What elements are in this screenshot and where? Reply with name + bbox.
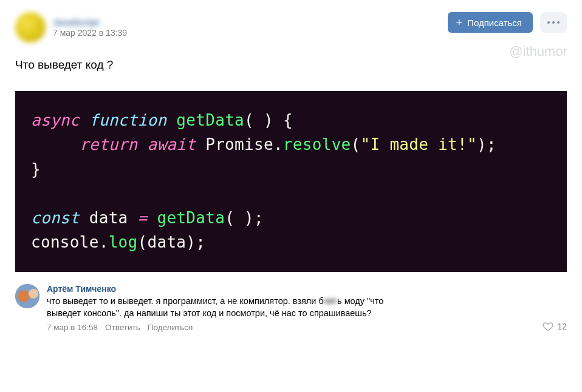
more-dot-icon [557,21,560,24]
post-container: JavaScript 7 мар 2022 в 13:39 + Подписат… [0,0,582,341]
comment-row: Артём Тимченко что выведет то и выведет.… [15,284,567,333]
share-button[interactable]: Поделиться [148,323,193,332]
comment-date: 7 мар в 16:58 [47,323,98,332]
more-dot-icon [552,21,555,24]
more-dot-icon [547,21,550,24]
code-image[interactable]: async function getData( ) { return await… [15,91,567,272]
like-count: 12 [557,322,567,331]
svg-point-2 [29,289,38,299]
plus-icon: + [456,17,463,28]
post-text: Что выведет код ? [15,58,567,72]
author-avatar[interactable] [15,12,46,42]
watermark: @ithumor [509,44,567,59]
like-button[interactable]: 12 [543,321,567,332]
heart-icon [543,321,553,332]
subscribe-button[interactable]: + Подписаться [448,12,533,33]
post-header: JavaScript 7 мар 2022 в 13:39 + Подписат… [15,12,567,42]
comment-meta: 7 мар в 16:58 Ответить Поделиться [47,323,535,332]
author-name-link[interactable]: JavaScript [53,17,101,27]
comment-like-block: 12 [543,284,567,333]
svg-point-1 [18,290,30,302]
comment-avatar[interactable] [15,284,39,308]
comment-author-link[interactable]: Артём Тимченко [47,284,535,294]
reply-button[interactable]: Ответить [105,323,140,332]
post-header-right: + Подписаться [448,12,567,33]
post-date: 7 мар 2022 в 13:39 [53,28,127,38]
comment-body: Артём Тимченко что выведет то и выведет.… [47,284,535,333]
comment-text: что выведет то и выведет. я программист,… [47,295,535,320]
post-header-left: JavaScript 7 мар 2022 в 13:39 [15,12,127,42]
subscribe-button-label: Подписаться [467,18,522,28]
author-block: JavaScript 7 мар 2022 в 13:39 [53,17,127,38]
more-button[interactable] [540,12,567,33]
